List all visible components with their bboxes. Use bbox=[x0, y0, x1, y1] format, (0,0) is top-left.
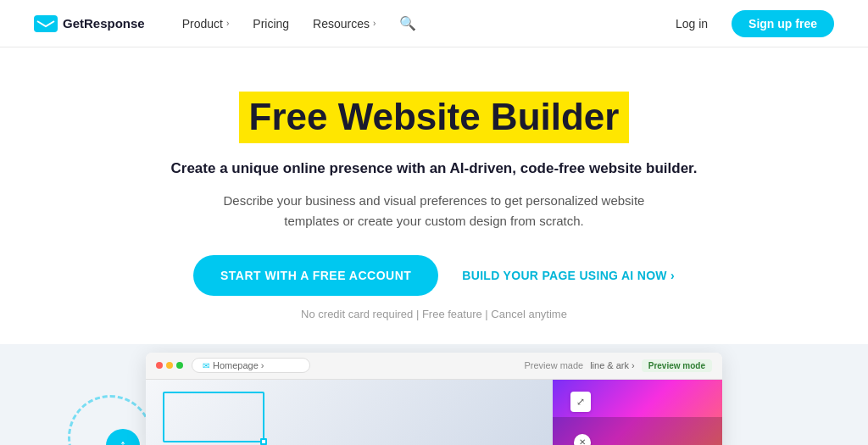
login-button[interactable]: Log in bbox=[665, 12, 718, 36]
chevron-down-icon: › bbox=[226, 19, 229, 28]
maximize-window-dot[interactable] bbox=[176, 362, 183, 369]
nav-links: Product › Pricing Resources › 🔍 bbox=[172, 8, 665, 38]
nav-item-resources[interactable]: Resources › bbox=[303, 10, 386, 37]
hero-title: Free Website Builder bbox=[239, 92, 630, 143]
arrow-up-icon: ↑ bbox=[120, 437, 127, 445]
actions-label: line & ark › bbox=[590, 360, 635, 370]
nav-right: Log in Sign up free bbox=[665, 10, 834, 37]
hero-subtitle-desc: Describe your business and visual prefer… bbox=[197, 191, 671, 231]
selection-box bbox=[163, 392, 264, 442]
signup-button[interactable]: Sign up free bbox=[732, 10, 834, 37]
chevron-down-icon-resources: › bbox=[373, 19, 376, 28]
preview-text: Preview made bbox=[524, 360, 583, 370]
selection-handle[interactable] bbox=[260, 438, 267, 445]
nav-item-pricing[interactable]: Pricing bbox=[242, 10, 299, 37]
browser-window: ✉ Homepage › Preview made line & ark › P… bbox=[146, 353, 722, 445]
nav-item-product[interactable]: Product › bbox=[172, 10, 240, 37]
browser-window-controls bbox=[156, 362, 183, 369]
browser-url-bar[interactable]: ✉ Homepage › bbox=[192, 358, 310, 373]
browser-bar: ✉ Homepage › Preview made line & ark › P… bbox=[146, 353, 722, 380]
build-page-ai-button[interactable]: BUILD YOUR PAGE USING AI NOW › bbox=[462, 269, 675, 282]
mail-icon: ✉ bbox=[203, 361, 209, 370]
logo-text: GetResponse bbox=[63, 16, 145, 31]
hero-cta-row: START WITH A FREE ACCOUNT BUILD YOUR PAG… bbox=[34, 255, 834, 296]
hero-section: Free Website Builder Create a unique onl… bbox=[0, 47, 868, 344]
browser-side-tools: ⤢ bbox=[570, 392, 591, 412]
logo-link[interactable]: GetResponse bbox=[34, 15, 145, 32]
browser-actions: Preview made line & ark › Preview mode bbox=[524, 359, 712, 372]
preview-badge[interactable]: Preview mode bbox=[642, 359, 712, 372]
share-tool-icon[interactable]: ⤢ bbox=[570, 392, 591, 412]
nav-product-label: Product bbox=[182, 17, 223, 31]
navbar: GetResponse Product › Pricing Resources … bbox=[0, 0, 868, 47]
browser-mockup-area: ↑ ✉ Homepage › Preview made line & ark ›… bbox=[0, 344, 868, 445]
hero-fine-print: No credit card required | Free feature |… bbox=[34, 308, 834, 320]
svg-rect-0 bbox=[34, 15, 58, 32]
hero-subtitle-main: Create a unique online presence with an … bbox=[34, 160, 834, 177]
start-free-account-button[interactable]: START WITH A FREE ACCOUNT bbox=[193, 255, 438, 296]
hero-title-wrapper: Free Website Builder bbox=[239, 92, 630, 143]
url-label: Homepage › bbox=[213, 360, 264, 370]
browser-content: ⤢ ✕ bbox=[146, 380, 722, 445]
minimize-window-dot[interactable] bbox=[166, 362, 173, 369]
close-window-dot[interactable] bbox=[156, 362, 163, 369]
search-button[interactable]: 🔍 bbox=[389, 8, 426, 38]
search-icon: 🔍 bbox=[399, 16, 416, 31]
nav-resources-label: Resources bbox=[313, 17, 370, 31]
nav-pricing-label: Pricing bbox=[253, 17, 289, 31]
logo-icon bbox=[34, 15, 58, 32]
close-icon: ✕ bbox=[579, 437, 586, 445]
